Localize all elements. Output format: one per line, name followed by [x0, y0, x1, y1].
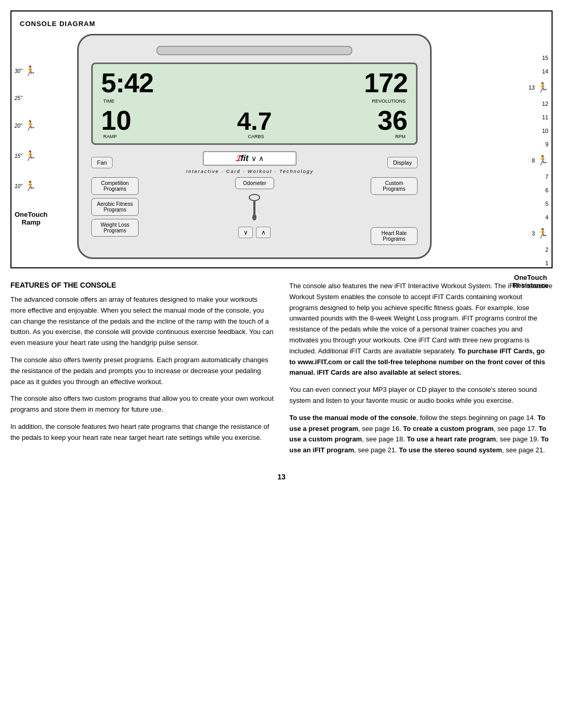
ramp-angle-25: 25"	[15, 95, 22, 101]
console-diagram-label: CONSOLE DIAGRAM	[20, 20, 543, 28]
nav-down-arrow[interactable]: ∨	[238, 227, 253, 238]
res-4: 4	[545, 214, 548, 220]
control-row: Fan 𝓘fit ∨ ∧ Interactive · Card · Workou…	[91, 151, 418, 174]
display-button[interactable]: Display	[387, 157, 418, 168]
ramp-figure-25: 25"	[15, 95, 22, 101]
display-ramp: 10	[101, 107, 131, 134]
headphone-jack-icon	[244, 192, 265, 224]
display-panel: 5:42 172 TIME REVOLUTIONS 10 4.7 36 RAMP	[91, 63, 418, 145]
res-2: 2	[545, 246, 548, 253]
page-number: 13	[10, 473, 553, 481]
right-figure-3: 🏃	[537, 228, 548, 239]
res-11: 11	[542, 114, 548, 120]
heart-rate-programs-button[interactable]: Heart RatePrograms	[371, 227, 418, 245]
outer-wrapper: 30" 🏃 25" 20" 🏃 15" 🏃 10" 🏃	[20, 34, 543, 259]
ifit-card-area: 𝓘fit ∨ ∧ Interactive · Card · Workout · …	[118, 151, 382, 174]
figure-icon-10: 🏃	[25, 180, 36, 192]
rpm-label: RPM	[395, 134, 406, 139]
features-heading: FEATURES OF THE CONSOLE	[10, 281, 274, 289]
ifit-logo-d: 𝓘	[236, 154, 240, 163]
display-row2: 10 4.7 36	[101, 107, 408, 134]
res-13: 13	[529, 84, 535, 91]
features-para-3: The console also offers two custom progr…	[10, 393, 274, 415]
figure-icon-20: 🏃	[25, 120, 36, 131]
res-10: 10	[542, 128, 548, 134]
res-15: 15	[542, 55, 548, 61]
onetouch-resistance-label: OneTouchResistance	[512, 274, 548, 289]
ramp-figure-20: 20" 🏃	[15, 120, 36, 131]
center-area: Odometer ∨ ∧	[145, 177, 364, 238]
res-7: 7	[545, 174, 548, 180]
res-12: 12	[542, 101, 548, 107]
figure-icon-15: 🏃	[25, 150, 36, 162]
left-programs: CompetitionPrograms Aerobic FitnessProgr…	[91, 177, 139, 237]
right-para-2: You can even connect your MP3 player or …	[289, 385, 553, 406]
custom-programs-button[interactable]: CustomPrograms	[371, 177, 418, 195]
create-custom-bold: To create a custom program	[403, 425, 494, 433]
res-1: 1	[545, 260, 548, 266]
ifit-logo: 𝓘fit	[236, 154, 248, 163]
onetouch-ramp-label: OneTouchRamp	[15, 211, 47, 226]
aerobic-fitness-programs-button[interactable]: Aerobic FitnessPrograms	[91, 198, 139, 216]
time-label: TIME	[103, 98, 115, 104]
features-col-left: FEATURES OF THE CONSOLE The advanced con…	[10, 281, 274, 462]
up-arrow-btn[interactable]: ∧	[259, 154, 264, 163]
features-para-2: The console also offers twenty preset pr…	[10, 355, 274, 387]
manual-mode-bold: To use the manual mode of the console	[289, 414, 416, 422]
heart-rate-bold: To use a heart rate program	[407, 435, 496, 443]
ifit-card-slot: 𝓘fit ∨ ∧	[203, 151, 297, 166]
display-label-row2: RAMP CARBS RPM	[101, 134, 408, 139]
figure-icon-30: 🏃	[25, 65, 36, 77]
ramp-angle-20: 20"	[15, 123, 22, 129]
display-time: 5:42	[101, 69, 153, 96]
ramp-label: RAMP	[103, 134, 117, 139]
ifit-tagline: Interactive · Card · Workout · Technolog…	[186, 169, 314, 174]
purchase-bold: To purchase iFIT Cards, go to www.iFIT.c…	[289, 347, 545, 377]
res-9: 9	[545, 141, 548, 147]
right-figure-13: 🏃	[537, 82, 548, 93]
ramp-figure-15: 15" 🏃	[15, 150, 36, 162]
features-col-right: The console also features the new iFIT I…	[289, 281, 553, 462]
ramp-angle-30: 30"	[15, 68, 22, 74]
features-para-4: In addition, the console features two he…	[10, 422, 274, 443]
page-container: CONSOLE DIAGRAM 30" 🏃 25" 20" 🏃 15" 🏃	[10, 10, 553, 481]
svg-rect-1	[253, 201, 255, 216]
display-label-row1: TIME REVOLUTIONS	[101, 98, 408, 104]
features-section: FEATURES OF THE CONSOLE The advanced con…	[10, 281, 553, 462]
carbs-label: CARBS	[248, 134, 264, 139]
svg-point-0	[249, 194, 260, 201]
right-programs: CustomPrograms Heart RatePrograms	[371, 177, 418, 245]
left-ramp-panel: 30" 🏃 25" 20" 🏃 15" 🏃 10" 🏃	[15, 65, 47, 226]
res-6: 6	[545, 187, 548, 193]
ramp-angle-10: 10"	[15, 183, 22, 189]
display-row1: 5:42 172	[101, 69, 408, 96]
right-para-3: To use the manual mode of the console, f…	[289, 413, 553, 456]
right-resistance-panel: 15 14 13 🏃 12 11 10 9 8 🏃 7 6 5 4	[512, 55, 548, 289]
ramp-angle-15: 15"	[15, 153, 22, 159]
res-3: 3	[532, 230, 535, 237]
right-para-1: The console also features the new iFIT I…	[289, 281, 553, 378]
console-top-slot	[156, 46, 352, 55]
fan-button[interactable]: Fan	[91, 157, 113, 168]
nav-arrows: ∨ ∧	[238, 227, 271, 238]
console-body: 5:42 172 TIME REVOLUTIONS 10 4.7 36 RAMP	[77, 34, 432, 259]
console-diagram-section: CONSOLE DIAGRAM 30" 🏃 25" 20" 🏃 15" 🏃	[10, 10, 553, 268]
display-carbs: 4.7	[237, 109, 272, 134]
competition-programs-button[interactable]: CompetitionPrograms	[91, 177, 139, 195]
display-rpm: 36	[377, 107, 408, 134]
weight-loss-programs-button[interactable]: Weight LossPrograms	[91, 219, 139, 237]
display-revolutions: 172	[364, 69, 408, 96]
revolutions-label: REVOLUTIONS	[372, 98, 406, 104]
ramp-figure-30: 30" 🏃	[15, 65, 36, 77]
res-5: 5	[545, 201, 548, 207]
svg-point-2	[252, 214, 256, 220]
res-14: 14	[542, 68, 548, 75]
down-arrow-btn[interactable]: ∨	[251, 154, 256, 163]
features-para-1: The advanced console offers an array of …	[10, 294, 274, 349]
right-figure-8: 🏃	[537, 155, 548, 166]
ramp-figure-10: 10" 🏃	[15, 180, 36, 192]
res-8: 8	[532, 157, 535, 164]
stereo-bold: To use the stereo sound system	[399, 446, 502, 454]
odometer-button[interactable]: Odometer	[235, 177, 274, 189]
nav-up-arrow[interactable]: ∧	[256, 227, 271, 238]
